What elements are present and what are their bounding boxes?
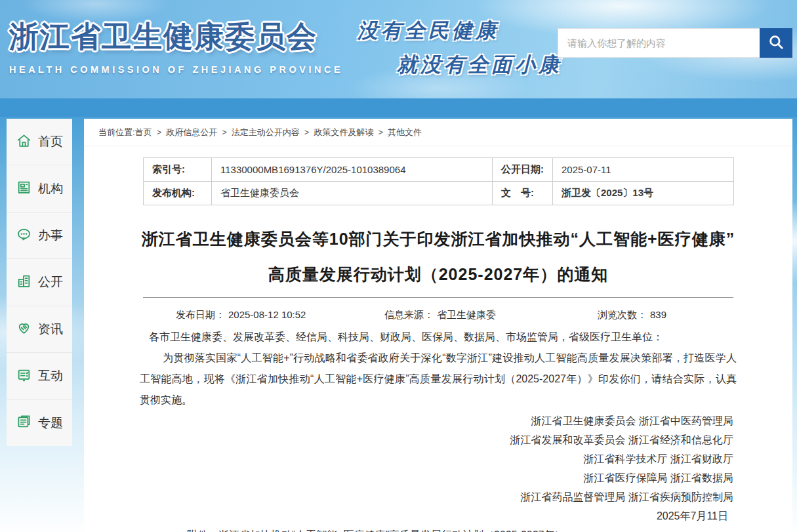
attachment-line[interactable]: 附件：浙江省加快推动“人工智能+医疗健康”高质量发展行动计划（2025-2027… bbox=[84, 525, 792, 532]
breadcrumb-separator: > bbox=[157, 127, 162, 137]
article-title-line-2: 高质量发展行动计划（2025-2027年）的通知 bbox=[84, 256, 792, 292]
interact-icon bbox=[16, 367, 32, 386]
site-header: 浙江省卫生健康委员会 HEALTH COMMISSION OF ZHEJIANG… bbox=[0, 0, 797, 98]
article-body: 各市卫生健康委、发展改革委、经信局、科技局、财政局、医保局、数据局、市场监管局，… bbox=[84, 327, 792, 411]
sidebar-item-label: 机构 bbox=[38, 180, 63, 197]
breadcrumb-item-home[interactable]: 首页 bbox=[135, 127, 152, 137]
meta-views: 浏览次数：839 bbox=[598, 309, 666, 321]
meta-source-value: 省卫生健康委 bbox=[437, 309, 496, 320]
doc-date-value: 2025-07-11 bbox=[553, 158, 734, 182]
signature-line: 浙江省卫生健康委员会 浙江省中医药管理局 bbox=[84, 411, 733, 430]
doc-date-label: 公开日期: bbox=[493, 158, 553, 182]
disclosure-icon bbox=[16, 273, 32, 292]
sidebar-item-label: 公开 bbox=[38, 274, 63, 291]
signature-line: 浙江省发展和改革委员会 浙江省经济和信息化厅 bbox=[84, 430, 733, 449]
doc-agency-label: 发布机构: bbox=[144, 182, 212, 205]
doc-index-label: 索引号: bbox=[144, 158, 212, 182]
breadcrumb-item-other[interactable]: 其他文件 bbox=[388, 127, 422, 137]
slogan-line-1: 没有全民健康 bbox=[358, 17, 562, 45]
sidebar-item-label: 办事 bbox=[38, 227, 63, 244]
breadcrumb: 当前位置:首页>政府信息公开>法定主动公开内容>政策文件及解读>其他文件 bbox=[84, 119, 792, 146]
site-subtitle: HEALTH COMMISSION OF ZHEJIANG PROVINCE bbox=[9, 64, 343, 75]
sidebar-item-service[interactable]: 办事 bbox=[7, 213, 72, 259]
breadcrumb-separator: > bbox=[304, 127, 310, 137]
signature-block: 浙江省卫生健康委员会 浙江省中医药管理局 浙江省发展和改革委员会 浙江省经济和信… bbox=[84, 411, 792, 506]
article-date: 2025年7月11日 bbox=[84, 506, 792, 525]
doc-number-value: 浙卫发〔2025〕13号 bbox=[553, 182, 734, 205]
breadcrumb-item-statutory[interactable]: 法定主动公开内容 bbox=[232, 127, 300, 137]
doc-index-value: 11330000MB1691376Y/2025-1010389064 bbox=[212, 158, 493, 182]
search-button[interactable] bbox=[760, 28, 792, 58]
sidebar-item-label: 专题 bbox=[38, 415, 63, 432]
sidebar-item-label: 资讯 bbox=[38, 321, 63, 338]
doc-info-table: 索引号: 11330000MB1691376Y/2025-1010389064 … bbox=[143, 157, 734, 205]
service-icon bbox=[16, 226, 32, 245]
site-logo[interactable]: 浙江省卫生健康委员会 HEALTH COMMISSION OF ZHEJIANG… bbox=[9, 17, 343, 75]
meta-views-value: 839 bbox=[650, 309, 666, 320]
slogan: 没有全民健康 就没有全面小康 bbox=[358, 17, 562, 79]
meta-source-label: 信息来源： bbox=[384, 309, 434, 320]
search-input[interactable] bbox=[558, 28, 760, 58]
article-title: 浙江省卫生健康委员会等10部门关于印发浙江省加快推动“人工智能+医疗健康” 高质… bbox=[84, 221, 792, 292]
meta-publish-value: 2025-08-12 10:52 bbox=[228, 309, 306, 320]
title-divider bbox=[143, 297, 733, 298]
sidebar-item-org[interactable]: 机构 bbox=[7, 165, 72, 212]
article-title-line-1: 浙江省卫生健康委员会等10部门关于印发浙江省加快推动“人工智能+医疗健康” bbox=[84, 221, 792, 256]
signature-line: 浙江省医疗保障局 浙江省数据局 bbox=[84, 468, 733, 487]
sidebar-item-home[interactable]: 首页 bbox=[7, 119, 72, 165]
breadcrumb-separator: > bbox=[378, 127, 383, 137]
sidebar-item-interact[interactable]: 互动 bbox=[7, 353, 72, 399]
search-box bbox=[558, 28, 792, 58]
nav-band bbox=[0, 98, 797, 117]
content-panel: 当前位置:首页>政府信息公开>法定主动公开内容>政策文件及解读>其他文件 索引号… bbox=[84, 119, 792, 532]
signature-line: 浙江省科学技术厅 浙江省财政厅 bbox=[84, 449, 733, 468]
topic-icon bbox=[16, 413, 32, 432]
breadcrumb-item-policy[interactable]: 政策文件及解读 bbox=[314, 127, 373, 137]
meta-source: 信息来源：省卫生健康委 bbox=[384, 309, 598, 321]
breadcrumb-prefix: 当前位置: bbox=[98, 127, 135, 137]
search-icon bbox=[767, 33, 785, 52]
paragraph-addressee: 各市卫生健康委、发展改革委、经信局、科技局、财政局、医保局、数据局、市场监管局，… bbox=[140, 327, 737, 348]
sidebar-item-topic[interactable]: 专题 bbox=[7, 400, 72, 446]
meta-views-label: 浏览次数： bbox=[598, 309, 647, 320]
sidebar-item-news[interactable]: 资讯 bbox=[7, 306, 72, 353]
breadcrumb-separator: > bbox=[222, 127, 227, 137]
page-background: 首页 机构 办事 公开 资讯 bbox=[0, 117, 797, 532]
sidebar-item-label: 互动 bbox=[38, 367, 63, 384]
home-icon bbox=[16, 133, 32, 152]
org-icon bbox=[16, 179, 32, 198]
breadcrumb-item-gov-info[interactable]: 政府信息公开 bbox=[166, 127, 217, 137]
signature-line: 浙江省药品监督管理局 浙江省疾病预防控制局 bbox=[84, 487, 733, 506]
sidebar-item-label: 首页 bbox=[38, 133, 63, 150]
sidebar-item-disclosure[interactable]: 公开 bbox=[7, 259, 72, 306]
doc-agency-value: 省卫生健康委员会 bbox=[212, 182, 493, 205]
article-meta: 发布日期：2025-08-12 10:52 信息来源：省卫生健康委 浏览次数：8… bbox=[84, 307, 792, 323]
news-icon bbox=[16, 319, 32, 338]
meta-publish: 发布日期：2025-08-12 10:52 bbox=[176, 309, 384, 321]
meta-publish-label: 发布日期： bbox=[176, 309, 225, 320]
site-title: 浙江省卫生健康委员会 bbox=[9, 17, 343, 56]
sidebar: 首页 机构 办事 公开 资讯 bbox=[7, 119, 72, 446]
paragraph-body: 为贯彻落实国家“人工智能+”行动战略和省委省政府关于深化“数字浙江”建设推动人工… bbox=[140, 348, 737, 411]
doc-number-label: 文 号: bbox=[493, 182, 553, 205]
slogan-line-2: 就没有全面小康 bbox=[358, 51, 562, 79]
